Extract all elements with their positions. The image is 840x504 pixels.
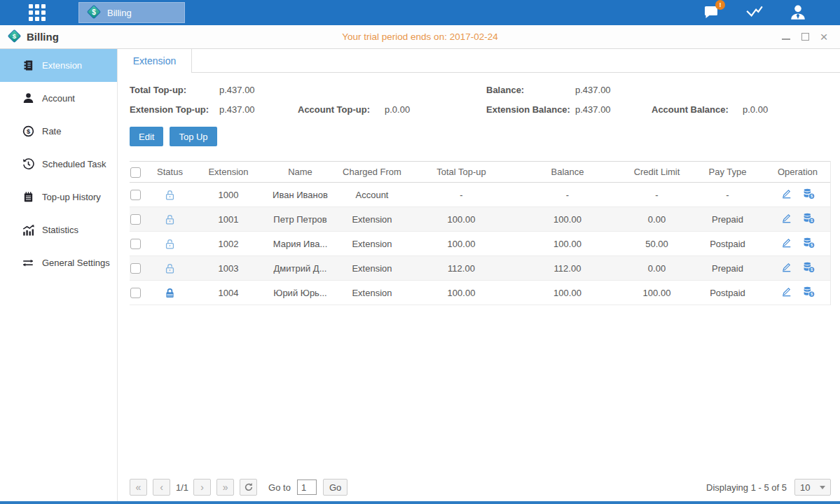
table-row[interactable]: 1000Иван ИвановAccount----$ <box>130 183 830 207</box>
row-checkbox[interactable] <box>130 263 141 274</box>
go-button[interactable]: Go <box>323 479 347 496</box>
credit-limit-cell: 50.00 <box>624 232 690 256</box>
charged-from-cell: Extension <box>333 256 411 281</box>
row-edit-button[interactable] <box>780 237 792 248</box>
balance-cell: 100.00 <box>511 232 624 256</box>
account-balance-label: Account Balance: <box>652 104 743 115</box>
row-topup-button[interactable]: $ <box>802 188 815 200</box>
total-topup-cell: 100.00 <box>411 281 511 305</box>
charged-from-cell: Account <box>333 183 411 207</box>
page-size-value: 10 <box>800 482 810 493</box>
sidebar-item-label: General Settings <box>42 258 110 268</box>
clock-history-icon <box>22 158 34 171</box>
summary-panel: Total Top-up: p.437.00 Balance: p.437.00… <box>130 85 840 115</box>
close-icon[interactable]: × <box>819 32 829 42</box>
charged-from-cell: Extension <box>333 281 411 305</box>
taskbar-tab-label: Billing <box>107 8 132 18</box>
window-title: Billing <box>27 31 59 43</box>
sidebar-item-scheduled-task[interactable]: Scheduled Task <box>0 148 117 181</box>
total-topup-value: p.437.00 <box>219 85 298 95</box>
notebook-icon <box>22 191 34 204</box>
sidebar-item-label: Top-up History <box>42 192 101 202</box>
row-edit-button[interactable] <box>780 188 792 200</box>
sidebar-item-rate[interactable]: $ Rate <box>0 115 117 148</box>
row-topup-button[interactable]: $ <box>802 261 815 274</box>
ledger-icon <box>22 59 34 72</box>
sidebar-item-general-settings[interactable]: General Settings <box>0 246 117 279</box>
total-topup-label: Total Top-up: <box>130 85 219 95</box>
prev-page-button[interactable]: ‹ <box>153 479 170 496</box>
row-edit-button[interactable] <box>780 212 792 224</box>
unlocked-icon <box>164 262 176 274</box>
top-up-button[interactable]: Top Up <box>170 127 216 146</box>
operation-cell: $ <box>780 261 815 274</box>
extension-topup-value: p.437.00 <box>219 104 298 115</box>
unlocked-icon <box>164 238 176 250</box>
row-topup-button[interactable]: $ <box>802 286 815 298</box>
topup-coins-icon: $ <box>802 237 815 249</box>
next-page-button[interactable]: › <box>193 479 211 496</box>
last-page-button[interactable]: » <box>216 479 234 496</box>
total-topup-cell: - <box>411 183 511 207</box>
svg-text:$: $ <box>13 32 17 40</box>
table-row[interactable]: 1004Юрий Юрь...Extension100.00100.00100.… <box>130 281 830 305</box>
row-checkbox[interactable] <box>130 214 141 225</box>
sidebar-item-account[interactable]: Account <box>0 82 117 115</box>
unlocked-icon <box>164 214 176 225</box>
sidebar-item-statistics[interactable]: Statistics <box>0 214 117 246</box>
row-edit-button[interactable] <box>780 261 792 273</box>
row-edit-button[interactable] <box>780 286 792 298</box>
minimize-icon[interactable] <box>781 32 791 42</box>
operation-cell: $ <box>780 188 815 200</box>
notification-badge: ! <box>715 0 725 10</box>
displaying-text: Displaying 1 - 5 of 5 <box>706 482 787 493</box>
maximize-icon[interactable] <box>800 32 810 42</box>
pay-type-cell: - <box>690 183 765 207</box>
table-row[interactable]: 1003Дмитрий Д...Extension112.00112.000.0… <box>130 256 830 281</box>
user-icon[interactable] <box>788 3 808 22</box>
row-checkbox[interactable] <box>130 190 141 200</box>
sidebar: Extension Account $ Rate <box>0 49 118 501</box>
window-title-group: $ Billing <box>7 29 59 46</box>
edit-button[interactable]: Edit <box>130 127 163 146</box>
row-checkbox[interactable] <box>130 288 141 298</box>
refresh-icon <box>244 482 254 492</box>
window-controls: × <box>781 32 829 42</box>
first-page-button[interactable]: « <box>130 479 147 496</box>
table-row[interactable]: 1002Мария Ива...Extension100.00100.0050.… <box>130 232 830 256</box>
pay-type-cell: Postpaid <box>690 232 765 256</box>
topup-coins-icon: $ <box>802 286 815 298</box>
edit-pencil-icon <box>780 261 792 273</box>
total-topup-cell: 100.00 <box>411 207 511 232</box>
extension-topup-label: Extension Top-up: <box>130 104 219 115</box>
balance-cell: 100.00 <box>511 207 624 232</box>
row-topup-button[interactable]: $ <box>802 212 815 225</box>
row-checkbox[interactable] <box>130 239 141 249</box>
taskbar-tab-billing[interactable]: $ Billing <box>78 2 185 23</box>
chat-icon[interactable]: ! <box>701 3 721 22</box>
app-grid-icon[interactable] <box>27 4 48 21</box>
extension-table-wrap: Status Extension Name Charged From Total… <box>130 161 831 305</box>
sliders-icon <box>22 257 34 270</box>
charged-from-cell: Extension <box>333 232 411 256</box>
window-titlebar: $ Billing Your trial period ends on: 201… <box>0 25 840 49</box>
chart-icon[interactable] <box>745 3 764 22</box>
table-row[interactable]: 1001Петр ПетровExtension100.00100.000.00… <box>130 207 830 232</box>
select-all-checkbox[interactable] <box>130 167 141 178</box>
account-topup-value: p.0.00 <box>385 104 486 115</box>
pagination-bar: « ‹ 1/1 › » Go to Go Displaying 1 - 5 of… <box>130 478 831 496</box>
extension-cell: 1001 <box>189 207 268 232</box>
tab-extension[interactable]: Extension <box>118 49 192 73</box>
sidebar-item-label: Rate <box>42 126 61 136</box>
refresh-button[interactable] <box>240 479 257 496</box>
billing-diamond-icon: $ <box>86 4 102 22</box>
sidebar-item-extension[interactable]: Extension <box>0 49 117 82</box>
status-cell <box>151 256 189 281</box>
pay-type-cell: Prepaid <box>690 256 765 281</box>
page-size-select[interactable]: 10 <box>794 479 831 496</box>
goto-page-input[interactable] <box>297 479 317 495</box>
topup-coins-icon: $ <box>802 212 815 225</box>
sidebar-item-topup-history[interactable]: Top-up History <box>0 181 117 214</box>
credit-limit-cell: 0.00 <box>624 207 690 232</box>
row-topup-button[interactable]: $ <box>802 237 815 249</box>
